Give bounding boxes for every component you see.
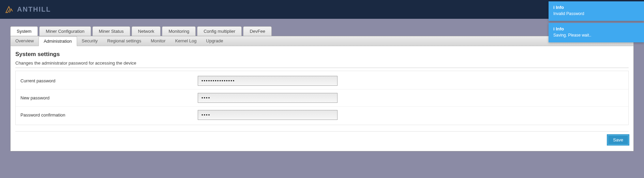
main-panel: Overview Administration Security Regiona…	[10, 36, 634, 151]
section-description: Changes the administrator password for a…	[15, 60, 629, 68]
form-row-current-password: Current password	[16, 72, 628, 90]
tab-monitoring[interactable]: Monitoring	[162, 26, 196, 36]
anthill-logo-icon	[4, 5, 14, 14]
subtab-administration[interactable]: Administration	[39, 36, 77, 46]
notification-title: i Info	[553, 5, 639, 10]
tab-devfee[interactable]: DevFee	[243, 26, 272, 36]
new-password-input[interactable]	[198, 93, 338, 103]
primary-tabs: System Miner Configuration Miner Status …	[10, 26, 634, 36]
subtab-security[interactable]: Security	[77, 36, 103, 46]
notification-toast[interactable]: i Info Invalid Password	[549, 1, 644, 21]
current-password-input[interactable]	[198, 76, 338, 86]
password-confirmation-label: Password confirmation	[20, 112, 198, 118]
subtab-upgrade[interactable]: Upgrade	[201, 36, 228, 46]
subtab-kernel-log[interactable]: Kernel Log	[170, 36, 201, 46]
subtab-overview[interactable]: Overview	[11, 36, 39, 46]
divider	[15, 131, 629, 132]
topbar: ANTHILL Online 3.8.6 Find Miner St	[0, 0, 644, 19]
new-password-label: New password	[20, 95, 198, 100]
notification-title: i Info	[553, 26, 639, 31]
content-area: System settings Changes the administrato…	[11, 46, 633, 151]
notification-message: Saving. Please wait..	[553, 33, 639, 38]
tab-network[interactable]: Network	[132, 26, 161, 36]
current-password-label: Current password	[20, 78, 198, 83]
notifications-stack: i Info Invalid Password i Info Saving. P…	[549, 1, 644, 42]
secondary-tabs: Overview Administration Security Regiona…	[11, 36, 633, 46]
subtab-monitor[interactable]: Monitor	[146, 36, 170, 46]
password-form: Current password New password Password c…	[15, 71, 629, 125]
form-actions: Save	[15, 135, 629, 145]
tab-miner-status[interactable]: Miner Status	[92, 26, 130, 36]
subtab-regional-settings[interactable]: Regional settings	[103, 36, 146, 46]
tab-system[interactable]: System	[10, 26, 38, 36]
form-row-new-password: New password	[16, 90, 628, 107]
tab-miner-configuration[interactable]: Miner Configuration	[39, 26, 91, 36]
brand-name: ANTHILL	[17, 5, 51, 13]
section-title: System settings	[15, 50, 629, 60]
notification-toast[interactable]: i Info Saving. Please wait..	[549, 23, 644, 42]
password-confirmation-input[interactable]	[198, 110, 338, 120]
notification-message: Invalid Password	[553, 11, 639, 16]
brand: ANTHILL	[4, 5, 51, 14]
tab-config-multiplier[interactable]: Config multiplier	[197, 26, 242, 36]
page-body: System Miner Configuration Miner Status …	[0, 19, 644, 159]
form-row-password-confirmation: Password confirmation	[16, 107, 628, 123]
save-button[interactable]: Save	[608, 135, 629, 145]
